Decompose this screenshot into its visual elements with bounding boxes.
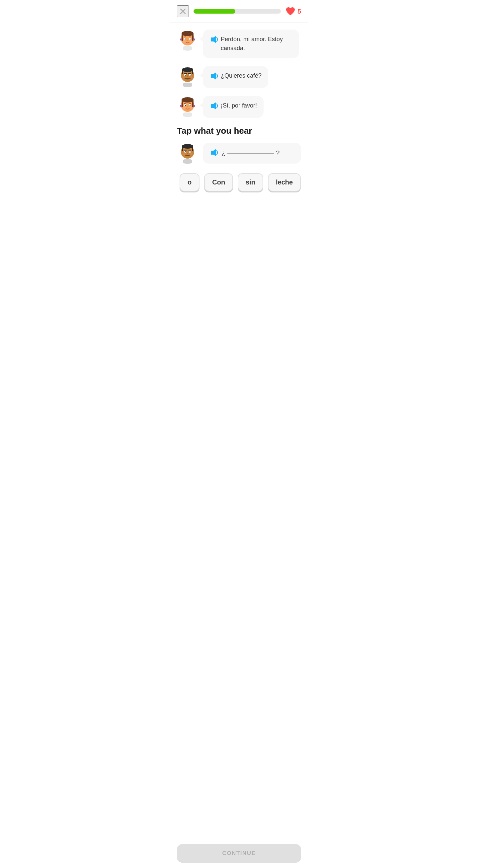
word-chip-2[interactable]: sin xyxy=(238,173,263,191)
close-button[interactable] xyxy=(177,5,189,17)
svg-point-11 xyxy=(180,38,182,40)
svg-point-25 xyxy=(187,76,188,77)
sound-icon-1[interactable] xyxy=(209,35,218,46)
svg-point-39 xyxy=(183,106,185,109)
progress-bar xyxy=(193,9,281,13)
header: 5 xyxy=(170,0,308,23)
svg-rect-18 xyxy=(192,70,193,74)
svg-rect-13 xyxy=(183,46,192,51)
section-title: Tap what you hear xyxy=(177,126,301,136)
svg-point-6 xyxy=(185,38,186,39)
speech-bubble-1[interactable]: Perdón, mi amor. Estoy cansada. xyxy=(203,30,299,58)
svg-point-16 xyxy=(182,67,193,72)
svg-marker-29 xyxy=(211,72,216,80)
svg-rect-17 xyxy=(182,70,183,74)
prompt-end: ? xyxy=(276,149,279,157)
svg-point-31 xyxy=(182,97,193,102)
avatar-man-2 xyxy=(177,143,198,164)
answer-bubble[interactable]: ¿ ? xyxy=(203,143,301,163)
avatar-woman-1 xyxy=(177,30,198,51)
svg-point-9 xyxy=(183,40,185,42)
svg-marker-59 xyxy=(211,149,216,156)
lives-container: 5 xyxy=(286,7,301,16)
svg-point-55 xyxy=(187,153,188,154)
heart-icon xyxy=(286,7,295,16)
message-text-1: Perdón, mi amor. Estoy cansada. xyxy=(221,35,293,53)
speech-bubble-3[interactable]: ¡Sí, por favor! xyxy=(203,96,264,118)
avatar-man-1 xyxy=(177,66,198,87)
svg-marker-14 xyxy=(211,36,216,43)
sound-icon-2[interactable] xyxy=(209,72,218,83)
svg-point-46 xyxy=(182,144,193,149)
sound-icon-answer[interactable] xyxy=(209,149,218,158)
svg-point-40 xyxy=(189,106,192,109)
message-text-2: ¿Quieres café? xyxy=(221,71,262,80)
svg-rect-23 xyxy=(184,73,187,74)
svg-rect-48 xyxy=(192,146,193,151)
svg-rect-47 xyxy=(182,146,183,151)
word-chip-1[interactable]: Con xyxy=(204,173,233,191)
svg-point-41 xyxy=(180,105,182,107)
svg-point-7 xyxy=(189,38,190,39)
word-chip-0[interactable]: o xyxy=(180,173,200,191)
svg-rect-28 xyxy=(183,83,192,87)
svg-point-26 xyxy=(183,76,185,79)
svg-point-8 xyxy=(187,40,188,41)
svg-point-51 xyxy=(185,151,186,152)
avatar-woman-2 xyxy=(177,96,198,117)
svg-rect-43 xyxy=(183,113,192,117)
answer-row: ¿ ? xyxy=(177,143,301,164)
blank-area: ¿ ? xyxy=(221,149,279,157)
svg-point-36 xyxy=(185,105,186,106)
answer-blank xyxy=(228,153,274,154)
speech-bubble-2[interactable]: ¿Quieres café? xyxy=(203,66,268,88)
word-chip-3[interactable]: leche xyxy=(268,173,301,191)
svg-point-21 xyxy=(185,75,186,76)
word-choices: o Con sin leche xyxy=(177,173,301,191)
svg-rect-24 xyxy=(188,73,191,74)
svg-point-57 xyxy=(190,153,192,155)
svg-rect-58 xyxy=(183,159,192,164)
svg-point-52 xyxy=(189,151,190,152)
svg-point-56 xyxy=(183,153,185,155)
close-icon xyxy=(179,7,187,16)
svg-point-22 xyxy=(189,75,190,76)
svg-point-12 xyxy=(193,38,195,40)
message-text-3: ¡Sí, por favor! xyxy=(221,101,257,110)
sound-icon-3[interactable] xyxy=(209,102,218,113)
svg-point-42 xyxy=(193,105,195,107)
svg-rect-53 xyxy=(184,150,187,151)
convo-row-3: ¡Sí, por favor! xyxy=(177,96,301,118)
svg-point-1 xyxy=(182,31,193,36)
main-content: Perdón, mi amor. Estoy cansada. xyxy=(170,23,308,191)
prompt-start: ¿ xyxy=(221,149,226,157)
svg-point-27 xyxy=(190,76,192,79)
convo-row-1: Perdón, mi amor. Estoy cansada. xyxy=(177,30,301,58)
svg-point-10 xyxy=(189,40,192,42)
svg-marker-44 xyxy=(211,102,216,110)
svg-rect-54 xyxy=(188,150,191,151)
lives-count: 5 xyxy=(297,8,301,15)
svg-point-38 xyxy=(187,106,188,107)
progress-bar-fill xyxy=(193,9,235,13)
convo-row-2: ¿Quieres café? xyxy=(177,66,301,88)
svg-point-37 xyxy=(189,105,190,106)
